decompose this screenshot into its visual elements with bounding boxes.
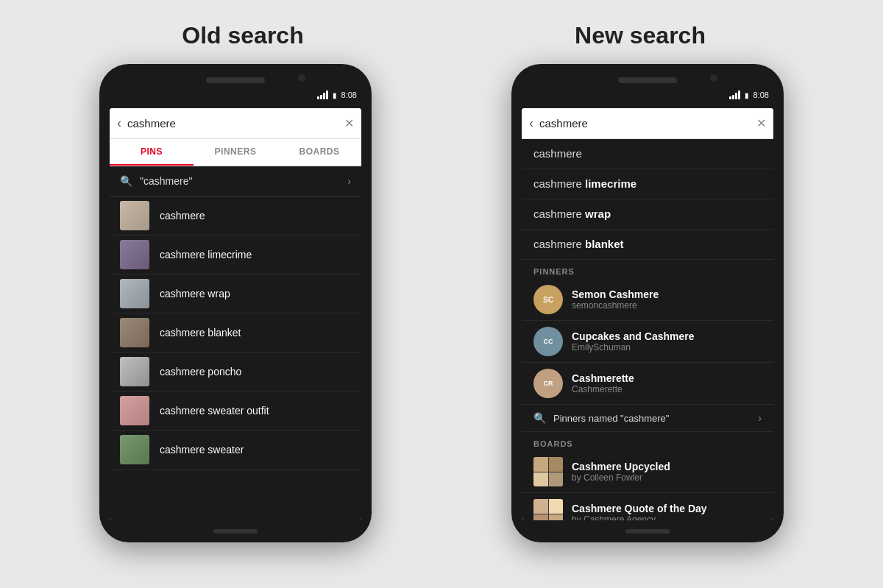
pinner-name: Cupcakes and Cashmere: [572, 330, 695, 342]
old-phone-screen: ‹ ✕ PINS PINNERS BOARDS 🔍 "cashmere" ›: [110, 108, 361, 520]
chevron-right-icon: ›: [347, 175, 351, 187]
result-thumb: [120, 240, 149, 269]
board-name: Cashmere Upcycled: [572, 461, 670, 472]
suggestion-text: cashmere limecrime: [533, 177, 636, 190]
pinner-logo: CC: [533, 327, 563, 356]
new-phone-screen: ‹ ✕ cashmere cashmere limecrime cashmere…: [522, 108, 773, 520]
board-name: Cashmere Quote of the Day: [572, 503, 707, 514]
pinner-item[interactable]: CR Cashmerette Cashmerette: [522, 363, 773, 405]
result-thumb: [120, 396, 149, 425]
new-search-bar[interactable]: ‹ ✕: [522, 108, 773, 139]
pinner-handle: Cashmerette: [572, 384, 634, 394]
list-item[interactable]: cashmere: [110, 196, 361, 235]
result-label: cashmere blanket: [160, 327, 241, 339]
old-phone-status: ▮ 8:08: [317, 91, 357, 99]
new-phone: ▮ 8:08 ‹ ✕ cashmere cashmere limecrime: [511, 64, 784, 542]
pinner-item[interactable]: CC Cupcakes and Cashmere EmilySchuman: [522, 321, 773, 363]
signal-icon: [729, 91, 740, 99]
search-icon: 🔍: [533, 412, 546, 424]
old-tabs: PINS PINNERS BOARDS: [110, 139, 361, 166]
result-label: cashmere sweater: [160, 444, 244, 456]
clear-icon[interactable]: ✕: [344, 116, 354, 130]
old-search-title: Old search: [66, 22, 419, 49]
board-by: by Cashmere Agency: [572, 514, 707, 520]
old-search-input[interactable]: [127, 114, 344, 132]
pinner-logo: CR: [533, 369, 563, 398]
clear-icon[interactable]: ✕: [756, 116, 766, 130]
pinner-logo: SC: [533, 285, 563, 314]
pinners-search-row[interactable]: 🔍 Pinners named "cashmere" ›: [522, 405, 773, 432]
board-thumb: [533, 499, 563, 520]
old-phone-time: 8:08: [341, 91, 357, 99]
suggestion-text: cashmere blanket: [533, 238, 624, 250]
pinner-avatar: SC: [533, 285, 563, 314]
tab-pinners[interactable]: PINNERS: [194, 139, 277, 166]
result-label: cashmere: [160, 210, 205, 222]
suggestion-item[interactable]: cashmere: [522, 139, 773, 169]
search-row-header[interactable]: 🔍 "cashmere" ›: [110, 166, 361, 196]
pinner-handle: semoncashmere: [572, 300, 659, 311]
pinner-name: Semon Cashmere: [572, 288, 659, 300]
list-item[interactable]: cashmere wrap: [110, 274, 361, 314]
suggestion-text: cashmere wrap: [533, 208, 611, 220]
board-by: by Colleen Fowler: [572, 472, 670, 483]
tab-pins[interactable]: PINS: [110, 139, 194, 166]
pinner-avatar: CC: [533, 327, 563, 356]
pinner-name: Cashmerette: [572, 372, 634, 384]
new-search-title: New search: [464, 22, 817, 49]
board-info: Cashmere Quote of the Day by Cashmere Ag…: [572, 503, 707, 520]
board-info: Cashmere Upcycled by Colleen Fowler: [572, 461, 670, 483]
new-phone-time: 8:08: [753, 91, 769, 99]
list-item[interactable]: cashmere sweater outfit: [110, 392, 361, 431]
board-thumb: [533, 457, 563, 486]
suggestion-item[interactable]: cashmere wrap: [522, 199, 773, 230]
old-phone: ▮ 8:08 ‹ ✕ PINS PINNERS BOARDS 🔍: [99, 64, 372, 542]
result-thumb: [120, 435, 149, 464]
search-header-label: "cashmere": [140, 175, 192, 187]
back-icon[interactable]: ‹: [117, 116, 121, 131]
pinner-handle: EmilySchuman: [572, 342, 695, 353]
boards-section-label: BOARDS: [522, 432, 773, 451]
signal-icon: [317, 91, 328, 99]
result-thumb: [120, 201, 149, 230]
pinner-info: Cashmerette Cashmerette: [572, 372, 634, 394]
old-search-bar[interactable]: ‹ ✕: [110, 108, 361, 139]
new-phone-status: ▮ 8:08: [729, 91, 769, 99]
list-item[interactable]: cashmere limecrime: [110, 235, 361, 274]
pinner-avatar: CR: [533, 369, 563, 398]
pinner-info: Cupcakes and Cashmere EmilySchuman: [572, 330, 695, 353]
pinner-info: Semon Cashmere semoncashmere: [572, 288, 659, 311]
new-search-input[interactable]: [539, 114, 756, 132]
board-item[interactable]: Cashmere Quote of the Day by Cashmere Ag…: [522, 493, 773, 520]
old-search-results: 🔍 "cashmere" › cashmere cashmere limecri…: [110, 166, 361, 520]
suggestion-item[interactable]: cashmere blanket: [522, 230, 773, 260]
result-label: cashmere wrap: [160, 288, 230, 300]
chevron-right-icon: ›: [758, 412, 762, 424]
new-search-results: cashmere cashmere limecrime cashmere wra…: [522, 139, 773, 520]
suggestion-text: cashmere: [533, 147, 582, 160]
phone-speaker: [625, 529, 670, 534]
pinners-search-label: Pinners named "cashmere": [553, 413, 669, 424]
tab-boards[interactable]: BOARDS: [277, 139, 361, 166]
suggestion-item[interactable]: cashmere limecrime: [522, 169, 773, 199]
result-thumb: [120, 318, 149, 347]
list-item[interactable]: cashmere sweater: [110, 431, 361, 470]
board-item[interactable]: Cashmere Upcycled by Colleen Fowler: [522, 451, 773, 493]
phone-speaker: [213, 529, 258, 534]
back-icon[interactable]: ‹: [529, 116, 533, 131]
result-thumb: [120, 357, 149, 386]
search-icon: 🔍: [120, 175, 132, 187]
list-item[interactable]: cashmere blanket: [110, 314, 361, 353]
result-thumb: [120, 279, 149, 308]
list-item[interactable]: cashmere poncho: [110, 353, 361, 392]
result-label: cashmere limecrime: [160, 249, 252, 261]
result-label: cashmere sweater outfit: [160, 405, 269, 417]
result-label: cashmere poncho: [160, 366, 241, 378]
pinners-section-label: PINNERS: [522, 260, 773, 279]
pinner-item[interactable]: SC Semon Cashmere semoncashmere: [522, 279, 773, 321]
